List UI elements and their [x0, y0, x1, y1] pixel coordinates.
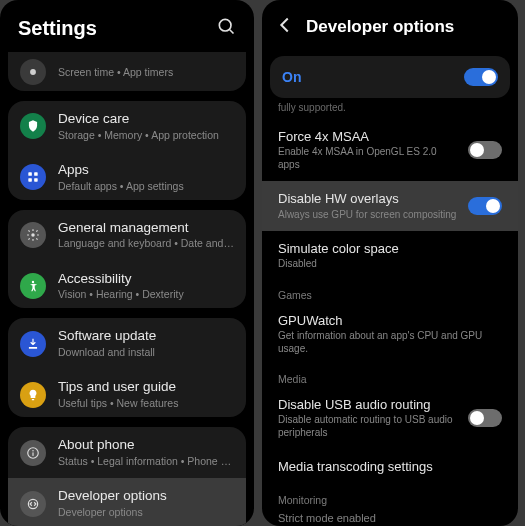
- code-icon: [20, 491, 46, 517]
- settings-item-software-update[interactable]: Software update Download and install: [8, 318, 246, 369]
- row-title: Media transcoding settings: [278, 459, 502, 475]
- row-title: GPUWatch: [278, 313, 502, 329]
- section-media: Media: [262, 365, 518, 387]
- row-title: Simulate color space: [278, 241, 502, 257]
- search-icon[interactable]: [216, 16, 236, 40]
- settings-header: Settings: [0, 0, 254, 52]
- dev-item-gpuwatch[interactable]: GPUWatch Get information about an app's …: [262, 303, 518, 365]
- accessibility-icon: [20, 273, 46, 299]
- section-monitoring: Monitoring: [262, 486, 518, 508]
- row-title: Tips and user guide: [58, 379, 234, 396]
- svg-point-2: [30, 69, 36, 75]
- row-title: Disable HW overlays: [278, 191, 458, 207]
- row-subtitle: Disabled: [278, 258, 502, 271]
- dev-item-force-4x-msaa[interactable]: Force 4x MSAA Enable 4x MSAA in OpenGL E…: [262, 119, 518, 181]
- dev-title: Developer options: [306, 17, 454, 37]
- dev-item-simulate-color-space[interactable]: Simulate color space Disabled: [262, 231, 518, 281]
- row-subtitle: Language and keyboard • Date and time: [58, 237, 234, 250]
- row-subtitle: Enable 4x MSAA in OpenGL ES 2.0 apps: [278, 146, 458, 171]
- svg-point-7: [31, 233, 35, 237]
- row-texts: Screen time • App timers: [58, 65, 234, 79]
- row-title: Strict mode enabled: [278, 512, 502, 526]
- settings-group-1: Device care Storage • Memory • App prote…: [8, 101, 246, 200]
- row-subtitle: Get information about an app's CPU and G…: [278, 330, 502, 355]
- row-title: Accessibility: [58, 271, 234, 288]
- settings-screen: Settings Screen time • App timers Device…: [0, 0, 254, 526]
- toggle-force-4x-msaa[interactable]: [468, 141, 502, 159]
- settings-item-apps[interactable]: Apps Default apps • App settings: [8, 152, 246, 200]
- settings-item-accessibility[interactable]: Accessibility Vision • Hearing • Dexteri…: [8, 261, 246, 309]
- settings-group-partial: Screen time • App timers: [8, 52, 246, 91]
- settings-item-general-management[interactable]: General management Language and keyboard…: [8, 210, 246, 261]
- settings-group-2: General management Language and keyboard…: [8, 210, 246, 309]
- row-title: Disable USB audio routing: [278, 397, 458, 413]
- svg-rect-4: [34, 173, 38, 177]
- settings-item-about-phone[interactable]: About phone Status • Legal information •…: [8, 427, 246, 478]
- row-subtitle: Disable automatic routing to USB audio p…: [278, 414, 458, 439]
- lightbulb-icon: [20, 382, 46, 408]
- row-title: Force 4x MSAA: [278, 129, 458, 145]
- row-subtitle: Download and install: [58, 346, 234, 359]
- gear-icon: [20, 222, 46, 248]
- master-toggle-label: On: [282, 69, 301, 85]
- settings-title: Settings: [18, 17, 97, 40]
- svg-point-0: [219, 19, 231, 31]
- row-subtitle: Useful tips • New features: [58, 397, 234, 410]
- svg-rect-3: [28, 173, 32, 177]
- dev-item-strict-mode[interactable]: Strict mode enabled: [262, 508, 518, 527]
- section-games: Games: [262, 281, 518, 303]
- info-icon: [20, 440, 46, 466]
- row-title: Developer options: [58, 488, 234, 505]
- settings-group-3: Software update Download and install Tip…: [8, 318, 246, 417]
- cut-text: fully supported.: [262, 102, 518, 119]
- settings-item-partial[interactable]: Screen time • App timers: [8, 52, 246, 91]
- row-subtitle: Screen time • App timers: [58, 66, 234, 79]
- row-subtitle: Default apps • App settings: [58, 180, 234, 193]
- svg-rect-5: [28, 178, 32, 182]
- svg-rect-11: [32, 452, 33, 456]
- row-title: About phone: [58, 437, 234, 454]
- toggle-disable-hw-overlays[interactable]: [468, 197, 502, 215]
- svg-point-8: [32, 281, 34, 283]
- svg-point-10: [32, 450, 34, 452]
- dev-item-disable-hw-overlays[interactable]: Disable HW overlays Always use GPU for s…: [262, 181, 518, 231]
- svg-line-1: [230, 30, 234, 34]
- back-icon[interactable]: [274, 14, 306, 40]
- hourglass-icon: [20, 59, 46, 85]
- apps-icon: [20, 164, 46, 190]
- svg-rect-6: [34, 178, 38, 182]
- dev-body: fully supported. Force 4x MSAA Enable 4x…: [262, 102, 518, 526]
- dev-item-media-transcoding[interactable]: Media transcoding settings: [262, 449, 518, 485]
- row-subtitle: Storage • Memory • App protection: [58, 129, 234, 142]
- dev-item-disable-usb-audio[interactable]: Disable USB audio routing Disable automa…: [262, 387, 518, 449]
- toggle-disable-usb-audio[interactable]: [468, 409, 502, 427]
- row-title: General management: [58, 220, 234, 237]
- settings-item-tips[interactable]: Tips and user guide Useful tips • New fe…: [8, 369, 246, 417]
- settings-group-4: About phone Status • Legal information •…: [8, 427, 246, 526]
- master-toggle[interactable]: [464, 68, 498, 86]
- shield-icon: [20, 113, 46, 139]
- download-icon: [20, 331, 46, 357]
- row-title: Device care: [58, 111, 234, 128]
- settings-item-device-care[interactable]: Device care Storage • Memory • App prote…: [8, 101, 246, 152]
- developer-options-screen: Developer options On fully supported. Fo…: [262, 0, 518, 526]
- master-toggle-row[interactable]: On: [270, 56, 510, 98]
- row-title: Software update: [58, 328, 234, 345]
- settings-item-developer-options[interactable]: Developer options Developer options: [8, 478, 246, 526]
- row-title: Apps: [58, 162, 234, 179]
- row-subtitle: Always use GPU for screen compositing: [278, 209, 458, 222]
- row-subtitle: Developer options: [58, 506, 234, 519]
- row-subtitle: Status • Legal information • Phone name: [58, 455, 234, 468]
- dev-header: Developer options: [262, 0, 518, 52]
- row-subtitle: Vision • Hearing • Dexterity: [58, 288, 234, 301]
